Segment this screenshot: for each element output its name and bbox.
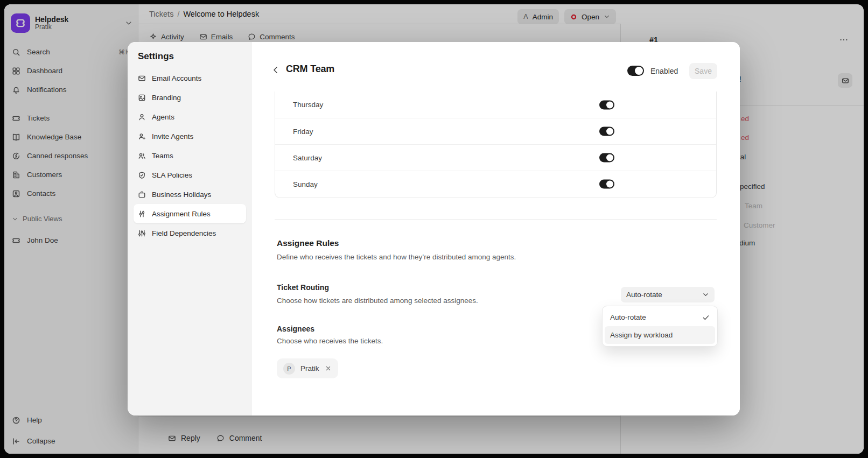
avatar: P xyxy=(283,363,295,375)
close-icon[interactable] xyxy=(325,365,332,372)
day-label: Thursday xyxy=(293,101,323,109)
enabled-toggle[interactable] xyxy=(627,66,644,76)
teams-icon xyxy=(138,152,146,160)
routing-option-label: Auto-rotate xyxy=(610,313,646,321)
section-divider xyxy=(275,219,717,220)
working-day-row: Thursday xyxy=(275,91,716,118)
settings-nav-item[interactable]: SLA Policies xyxy=(134,165,246,185)
field-dependencies-icon xyxy=(138,229,146,237)
save-button[interactable]: Save xyxy=(689,63,717,79)
agent-icon xyxy=(138,113,146,121)
working-day-row: Sunday xyxy=(275,171,716,197)
routing-option[interactable]: Auto-rotate xyxy=(605,308,715,326)
settings-detail: CRM Team Enabled Save Thursday Friday xyxy=(252,42,740,415)
invite-agent-icon xyxy=(138,132,146,140)
working-day-row: Saturday xyxy=(275,144,716,171)
chevron-left-icon[interactable] xyxy=(271,66,280,74)
assignee-chip: P Pratik xyxy=(277,358,338,378)
settings-modal: Settings Email Accounts Branding xyxy=(128,42,740,415)
check-icon xyxy=(702,314,710,321)
assignees-heading: Assignees xyxy=(277,325,314,333)
assignees-description: Choose who receives the tickets. xyxy=(277,337,383,345)
assignee-chips: P Pratik xyxy=(277,358,338,378)
ticket-routing-select[interactable]: Auto-rotate xyxy=(621,287,715,302)
enabled-control: Enabled xyxy=(627,66,678,76)
day-toggle[interactable] xyxy=(599,100,614,109)
day-label: Sunday xyxy=(293,180,318,188)
settings-nav-label: Field Dependencies xyxy=(152,229,216,237)
day-toggle[interactable] xyxy=(599,127,614,136)
enabled-label: Enabled xyxy=(650,67,678,75)
ticket-routing-menu: Auto-rotate Assign by workload xyxy=(602,306,718,347)
working-day-row: Friday xyxy=(275,118,716,144)
team-title: CRM Team xyxy=(286,64,334,75)
screen: Helpdesk Pratik Search ⌘K Dashboard xyxy=(0,0,868,458)
settings-nav-label: Assignment Rules xyxy=(152,210,211,218)
ticket-routing-description: Choose how tickets are distributed among… xyxy=(277,297,478,305)
settings-nav-item[interactable]: Assignment Rules xyxy=(134,204,246,223)
settings-nav-item[interactable]: Teams xyxy=(134,146,246,165)
assignee-rules-description: Define who receives the tickets and how … xyxy=(277,253,516,261)
briefcase-icon xyxy=(138,191,146,199)
envelope-icon xyxy=(138,74,146,82)
assignee-name: Pratik xyxy=(300,364,319,372)
day-label: Saturday xyxy=(293,154,322,162)
settings-nav-item[interactable]: Field Dependencies xyxy=(134,223,246,243)
settings-sidebar: Settings Email Accounts Branding xyxy=(128,42,252,415)
settings-nav-label: Business Holidays xyxy=(152,191,211,199)
routing-option-label: Assign by workload xyxy=(610,331,673,339)
branding-icon xyxy=(138,94,146,102)
settings-nav-label: Invite Agents xyxy=(152,132,193,140)
chevron-down-icon xyxy=(702,291,709,298)
working-days-card: Thursday Friday Saturday Sunday xyxy=(275,91,717,198)
settings-nav-label: Teams xyxy=(152,152,173,160)
settings-nav: Email Accounts Branding Agents I xyxy=(134,68,246,243)
assignee-rules-heading: Assignee Rules xyxy=(277,238,339,248)
settings-nav-label: Branding xyxy=(152,94,181,102)
app-window: Helpdesk Pratik Search ⌘K Dashboard xyxy=(4,4,864,454)
settings-nav-label: Agents xyxy=(152,113,174,121)
settings-nav-label: SLA Policies xyxy=(152,171,192,179)
settings-nav-item[interactable]: Agents xyxy=(134,107,246,126)
ticket-routing-heading: Ticket Routing xyxy=(277,283,329,292)
assignment-rules-icon xyxy=(138,210,146,218)
settings-title: Settings xyxy=(138,51,174,62)
day-toggle[interactable] xyxy=(599,180,614,189)
settings-nav-label: Email Accounts xyxy=(152,74,201,82)
day-label: Friday xyxy=(293,128,313,136)
routing-option[interactable]: Assign by workload xyxy=(605,326,715,344)
settings-nav-item[interactable]: Email Accounts xyxy=(134,68,246,88)
settings-nav-item[interactable]: Invite Agents xyxy=(134,126,246,146)
shield-icon xyxy=(138,171,146,179)
day-toggle[interactable] xyxy=(599,153,614,163)
settings-nav-item[interactable]: Branding xyxy=(134,88,246,107)
settings-nav-item[interactable]: Business Holidays xyxy=(134,185,246,204)
ticket-routing-value: Auto-rotate xyxy=(626,291,662,299)
